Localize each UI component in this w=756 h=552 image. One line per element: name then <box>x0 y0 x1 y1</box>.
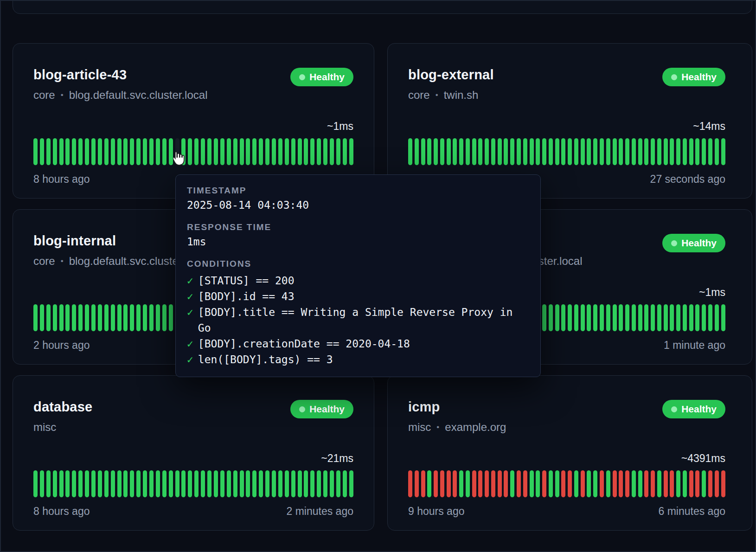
uptime-bar[interactable] <box>651 470 655 497</box>
uptime-bar[interactable] <box>46 304 51 331</box>
uptime-bar[interactable] <box>530 470 534 497</box>
uptime-bar[interactable] <box>523 138 527 165</box>
uptime-bar[interactable] <box>459 138 463 165</box>
uptime-bar[interactable] <box>227 470 231 497</box>
uptime-bar[interactable] <box>278 138 282 165</box>
uptime-bar[interactable] <box>278 470 282 497</box>
uptime-bar[interactable] <box>310 138 314 165</box>
uptime-bar[interactable] <box>466 470 470 497</box>
uptime-bar[interactable] <box>600 138 604 165</box>
uptime-bar[interactable] <box>491 138 495 165</box>
uptime-bar[interactable] <box>169 470 173 497</box>
uptime-bar[interactable] <box>149 138 154 165</box>
uptime-bar[interactable] <box>421 138 425 165</box>
endpoint-card-database[interactable]: database misc Healthy ~21ms 8 hours ago … <box>13 375 374 531</box>
uptime-bar[interactable] <box>542 138 546 165</box>
uptime-bar[interactable] <box>98 138 102 165</box>
uptime-bar[interactable] <box>613 470 617 497</box>
uptime-bar[interactable] <box>708 138 712 165</box>
uptime-bar[interactable] <box>317 470 321 497</box>
uptime-bar[interactable] <box>536 138 540 165</box>
uptime-bar[interactable] <box>117 304 122 331</box>
uptime-bar[interactable] <box>194 470 199 497</box>
uptime-bar[interactable] <box>625 304 629 331</box>
uptime-bar[interactable] <box>343 470 347 497</box>
uptime-bar[interactable] <box>246 470 250 497</box>
uptime-bar[interactable] <box>593 470 597 497</box>
uptime-bar[interactable] <box>91 304 96 331</box>
uptime-bar[interactable] <box>657 138 661 165</box>
uptime-bar[interactable] <box>408 470 412 497</box>
uptime-bar[interactable] <box>181 138 186 165</box>
uptime-bar[interactable] <box>619 470 623 497</box>
uptime-bar[interactable] <box>98 470 102 497</box>
uptime-bar[interactable] <box>259 470 263 497</box>
uptime-bar[interactable] <box>33 470 38 497</box>
uptime-bar[interactable] <box>689 138 693 165</box>
uptime-bar[interactable] <box>136 470 141 497</box>
uptime-bar[interactable] <box>517 470 521 497</box>
uptime-bar[interactable] <box>40 138 44 165</box>
uptime-bar[interactable] <box>561 138 565 165</box>
uptime-bar[interactable] <box>408 138 412 165</box>
uptime-bar[interactable] <box>440 470 444 497</box>
uptime-bar[interactable] <box>683 470 687 497</box>
uptime-bar[interactable] <box>143 304 147 331</box>
uptime-bar[interactable] <box>581 304 585 331</box>
uptime-bar[interactable] <box>136 138 141 165</box>
uptime-bar[interactable] <box>304 470 308 497</box>
uptime-bar[interactable] <box>670 138 674 165</box>
uptime-bar[interactable] <box>40 304 44 331</box>
uptime-bar[interactable] <box>530 138 534 165</box>
uptime-bar[interactable] <box>149 304 154 331</box>
uptime-bar[interactable] <box>600 304 604 331</box>
uptime-bar[interactable] <box>162 470 167 497</box>
uptime-bar[interactable] <box>415 470 419 497</box>
uptime-bar[interactable] <box>130 470 134 497</box>
uptime-bar[interactable] <box>149 470 154 497</box>
uptime-bar[interactable] <box>689 470 693 497</box>
uptime-bar[interactable] <box>349 470 353 497</box>
uptime-bar[interactable] <box>136 304 141 331</box>
uptime-bar[interactable] <box>638 138 642 165</box>
uptime-bar[interactable] <box>201 470 205 497</box>
uptime-bar[interactable] <box>676 470 680 497</box>
endpoint-card-icmp[interactable]: icmp misc • example.org Healthy ~4391ms … <box>387 375 752 531</box>
uptime-bar[interactable] <box>664 304 668 331</box>
uptime-bar[interactable] <box>298 470 302 497</box>
uptime-bar[interactable] <box>78 470 83 497</box>
uptime-bar[interactable] <box>53 470 57 497</box>
uptime-bar[interactable] <box>336 470 340 497</box>
uptime-bar[interactable] <box>459 470 463 497</box>
uptime-bar[interactable] <box>214 470 218 497</box>
uptime-bar[interactable] <box>323 470 327 497</box>
uptime-bar[interactable] <box>349 138 353 165</box>
uptime-bar[interactable] <box>272 470 276 497</box>
uptime-bar[interactable] <box>632 470 636 497</box>
uptime-bar[interactable] <box>485 470 489 497</box>
uptime-bar[interactable] <box>657 304 661 331</box>
uptime-bar[interactable] <box>285 470 289 497</box>
uptime-bar[interactable] <box>581 470 585 497</box>
uptime-bar[interactable] <box>111 304 115 331</box>
uptime-bar[interactable] <box>143 138 147 165</box>
uptime-bar[interactable] <box>625 138 629 165</box>
uptime-bar[interactable] <box>421 470 425 497</box>
uptime-bar[interactable] <box>651 304 655 331</box>
uptime-bar[interactable] <box>619 138 623 165</box>
uptime-bar[interactable] <box>504 138 508 165</box>
uptime-bar[interactable] <box>65 304 70 331</box>
uptime-bar[interactable] <box>162 304 167 331</box>
uptime-bar[interactable] <box>542 304 546 331</box>
uptime-bar[interactable] <box>491 470 495 497</box>
uptime-bar[interactable] <box>625 470 629 497</box>
uptime-bar[interactable] <box>53 304 57 331</box>
uptime-bar[interactable] <box>98 304 102 331</box>
uptime-bar[interactable] <box>143 470 147 497</box>
uptime-bar[interactable] <box>561 304 565 331</box>
uptime-bar[interactable] <box>175 138 179 165</box>
uptime-bar[interactable] <box>702 138 706 165</box>
uptime-bar[interactable] <box>664 470 668 497</box>
uptime-bar[interactable] <box>574 138 578 165</box>
uptime-bar[interactable] <box>40 470 44 497</box>
